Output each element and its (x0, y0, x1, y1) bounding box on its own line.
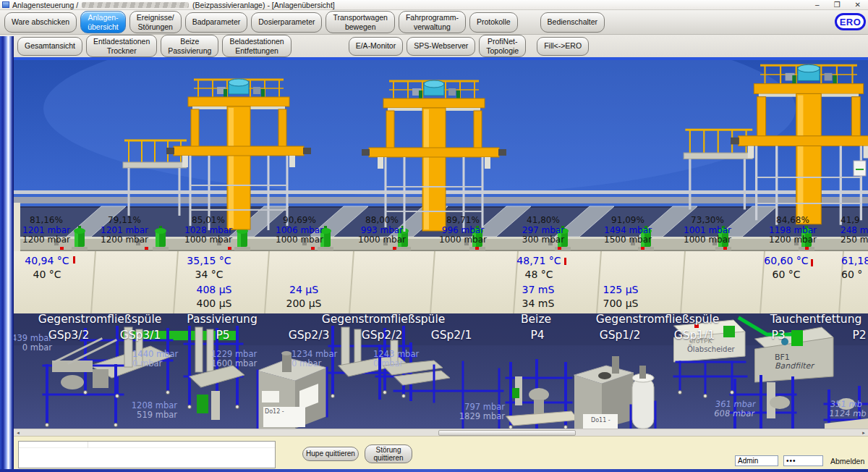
window-title-prefix: Anlagensteuerung / (12, 1, 78, 9)
password-input[interactable] (783, 455, 823, 466)
button-anlagen-uebersicht[interactable]: Anlagen- übersicht (80, 11, 126, 33)
close-icon[interactable]: ✕ (855, 1, 861, 9)
titlebar: Anlagensteuerung / (Beizpassivieranlage)… (0, 0, 868, 10)
hupe-quittieren-button[interactable]: Hupe quittieren (302, 447, 359, 461)
anlagensteuerung-window: Anlagensteuerung / (Beizpassivieranlage)… (0, 0, 868, 472)
main-toolbar: Ware abschickenAnlagen- übersichtEreigni… (0, 10, 868, 35)
button-fill-ero[interactable]: Fill<->ERO (537, 37, 589, 56)
horizontal-scrollbar[interactable]: ◂ ▸ (14, 429, 868, 436)
plant-3d-scene (0, 60, 868, 429)
abmelden-control[interactable]: Abmelden ▼ (830, 457, 868, 465)
ero-logo: ERO (835, 13, 866, 30)
button-beize-passivierung[interactable]: Beize Passivierung (161, 35, 218, 56)
button-fahrprogramm-verwaltung[interactable]: Fahrprogramm- verwaltung (399, 11, 466, 33)
scroll-left-icon[interactable]: ◂ (14, 429, 22, 437)
window-controls: – ❐ ✕ (815, 1, 868, 9)
button-profinet-topologie[interactable]: ProfiNet- Topologie (479, 35, 526, 56)
button-ware-abschicken[interactable]: Ware abschicken (4, 12, 77, 33)
user-input[interactable] (735, 455, 778, 466)
scroll-right-icon[interactable]: ▸ (859, 429, 868, 437)
alarm-list-header (19, 442, 275, 448)
scrollbar-thumb[interactable] (438, 430, 576, 436)
button-badparameter[interactable]: Badparameter (185, 12, 248, 33)
app-icon (2, 1, 9, 8)
button-ereignisse-stoerungen[interactable]: Ereignisse/ Störungen (129, 11, 182, 33)
window-title-suffix: (Beizpassivieranlage) - [Anlagenübersich… (192, 1, 335, 9)
alarm-list-divider (88, 442, 88, 448)
left-wall-pillar (0, 36, 14, 469)
plant-3d-viewport[interactable] (0, 60, 868, 429)
redacted-title-segment (82, 2, 189, 8)
button-sps-webserver[interactable]: SPS-Webserver (407, 37, 475, 56)
button-transportwagen-bewegen[interactable]: Transportwagen bewegen (326, 11, 394, 33)
window-bottom-edge (0, 469, 868, 472)
button-gesamtansicht[interactable]: Gesamtansicht (17, 37, 82, 56)
button-beladestationen-entfettungen[interactable]: Beladestationen Entfettungen (222, 35, 291, 56)
scrollbar-track[interactable] (22, 429, 859, 436)
minimize-icon[interactable]: – (815, 1, 820, 9)
button-protokolle[interactable]: Protokolle (469, 12, 518, 33)
stoerung-quittieren-button[interactable]: Störung quittieren (365, 444, 412, 463)
button-entladestationen-trockner[interactable]: Entladestationen Trockner (86, 35, 157, 56)
button-bedienschalter[interactable]: Bedienschalter (540, 12, 605, 33)
maximize-icon[interactable]: ❐ (834, 1, 841, 9)
button-dosierparameter[interactable]: Dosierparameter (251, 12, 322, 33)
button-ea-monitor[interactable]: E/A-Monitor (349, 37, 403, 56)
alarm-list[interactable] (18, 441, 276, 468)
view-toolbar: GesamtansichtEntladestationen TrocknerBe… (0, 35, 868, 57)
abmelden-label[interactable]: Abmelden (830, 457, 864, 465)
